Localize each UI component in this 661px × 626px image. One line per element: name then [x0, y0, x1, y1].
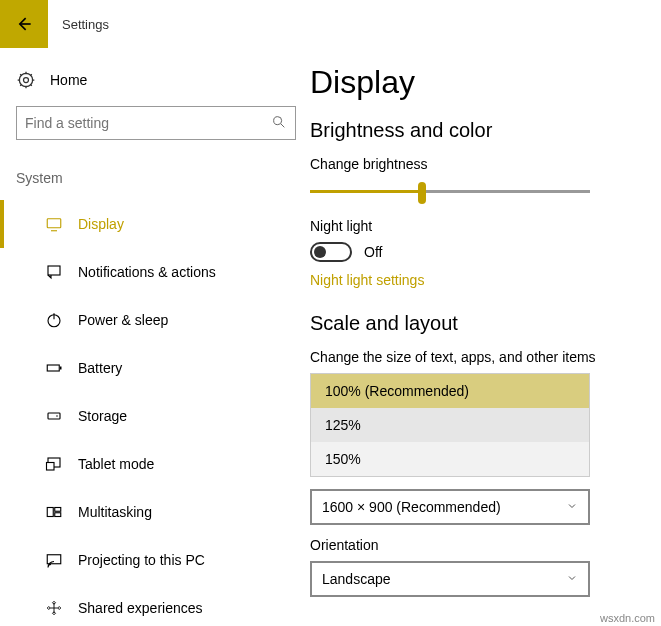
- search-icon: [271, 114, 287, 133]
- sidebar-item-label: Notifications & actions: [78, 264, 216, 280]
- battery-icon: [44, 358, 64, 378]
- scale-dropdown-open[interactable]: 100% (Recommended)125%150%: [310, 373, 590, 477]
- page-title: Display: [310, 64, 643, 101]
- svg-rect-6: [47, 365, 59, 371]
- projecting-icon: [44, 550, 64, 570]
- svg-rect-15: [47, 555, 61, 564]
- resolution-value: 1600 × 900 (Recommended): [322, 499, 501, 515]
- power-icon: [44, 310, 64, 330]
- back-button[interactable]: [0, 0, 48, 48]
- sidebar-item-label: Storage: [78, 408, 127, 424]
- slider-thumb[interactable]: [418, 182, 426, 204]
- toggle-knob: [314, 246, 326, 258]
- search-input[interactable]: [16, 106, 296, 140]
- sidebar-item-label: Shared experiences: [78, 600, 203, 616]
- scale-option[interactable]: 100% (Recommended): [311, 374, 589, 408]
- arrow-left-icon: [14, 14, 34, 34]
- nightlight-label: Night light: [310, 218, 643, 234]
- orientation-value: Landscape: [322, 571, 391, 587]
- search-field[interactable]: [25, 115, 271, 131]
- sidebar-item-shared[interactable]: Shared experiences: [0, 584, 310, 626]
- content-pane: Display Brightness and color Change brig…: [310, 48, 661, 626]
- tablet-icon: [44, 454, 64, 474]
- svg-point-2: [274, 116, 282, 124]
- app-title: Settings: [62, 17, 109, 32]
- section-brightness: Brightness and color: [310, 119, 643, 142]
- sidebar-item-label: Projecting to this PC: [78, 552, 205, 568]
- storage-icon: [44, 406, 64, 426]
- sidebar-item-label: Power & sleep: [78, 312, 168, 328]
- home-link[interactable]: Home: [16, 64, 310, 106]
- multitasking-icon: [44, 502, 64, 522]
- svg-point-9: [56, 415, 58, 417]
- sidebar-item-label: Multitasking: [78, 504, 152, 520]
- nightlight-state: Off: [364, 244, 382, 260]
- svg-rect-7: [60, 367, 62, 370]
- svg-rect-4: [48, 266, 60, 275]
- sidebar-item-label: Display: [78, 216, 124, 232]
- section-scale: Scale and layout: [310, 312, 643, 335]
- sidebar-item-notifications[interactable]: Notifications & actions: [0, 248, 310, 296]
- sidebar-item-tablet[interactable]: Tablet mode: [0, 440, 310, 488]
- shared-icon: [44, 598, 64, 618]
- sidebar-item-storage[interactable]: Storage: [0, 392, 310, 440]
- scale-option[interactable]: 125%: [311, 408, 589, 442]
- brightness-slider[interactable]: [310, 180, 590, 204]
- sidebar-item-display[interactable]: Display: [0, 200, 310, 248]
- resolution-select[interactable]: 1600 × 900 (Recommended): [310, 489, 590, 525]
- home-label: Home: [50, 72, 87, 88]
- sidebar-item-label: Tablet mode: [78, 456, 154, 472]
- home-icon: [16, 70, 36, 90]
- sidebar-item-label: Battery: [78, 360, 122, 376]
- sidebar-item-battery[interactable]: Battery: [0, 344, 310, 392]
- svg-point-1: [24, 78, 29, 83]
- orientation-select[interactable]: Landscape: [310, 561, 590, 597]
- svg-rect-14: [55, 513, 61, 517]
- nightlight-settings-link[interactable]: Night light settings: [310, 272, 424, 288]
- svg-rect-12: [47, 508, 53, 517]
- scale-option[interactable]: 150%: [311, 442, 589, 476]
- brightness-label: Change brightness: [310, 156, 643, 172]
- chevron-down-icon: [566, 499, 578, 515]
- display-icon: [44, 214, 64, 234]
- sidebar-item-power[interactable]: Power & sleep: [0, 296, 310, 344]
- sidebar-item-projecting[interactable]: Projecting to this PC: [0, 536, 310, 584]
- sidebar-item-multitasking[interactable]: Multitasking: [0, 488, 310, 536]
- svg-rect-11: [47, 463, 55, 471]
- svg-rect-3: [47, 219, 61, 228]
- section-label: System: [16, 170, 310, 186]
- notifications-icon: [44, 262, 64, 282]
- svg-rect-8: [48, 413, 60, 419]
- sidebar: Home System DisplayNotifications & actio…: [0, 48, 310, 626]
- orientation-label: Orientation: [310, 537, 643, 553]
- scale-label: Change the size of text, apps, and other…: [310, 349, 643, 365]
- nightlight-toggle[interactable]: [310, 242, 352, 262]
- title-bar: Settings: [0, 0, 661, 48]
- chevron-down-icon: [566, 571, 578, 587]
- svg-rect-13: [55, 508, 61, 512]
- watermark: wsxdn.com: [600, 612, 655, 624]
